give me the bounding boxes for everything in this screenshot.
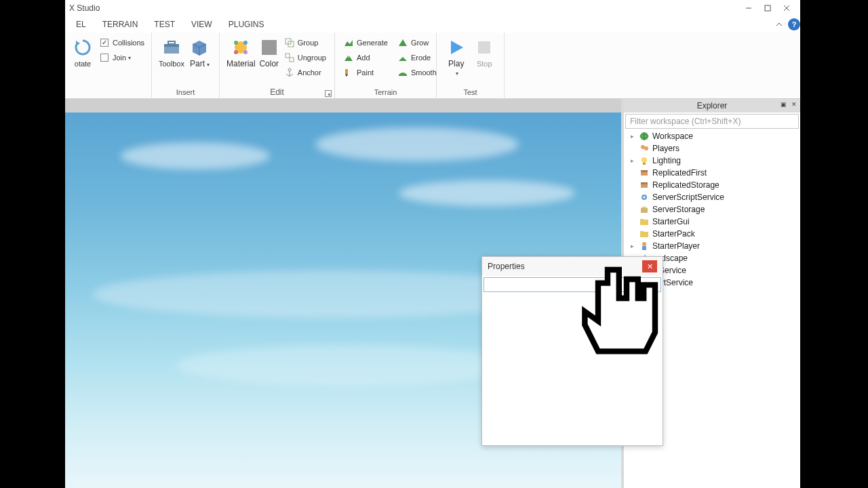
svg-point-43 — [644, 197, 646, 199]
repl-icon — [639, 167, 650, 178]
expand-icon[interactable]: ▸ — [628, 243, 636, 249]
tree-item[interactable]: StarterGui — [624, 216, 800, 228]
checkbox-icon — [100, 39, 108, 47]
grow-button[interactable]: Grow — [395, 35, 439, 50]
material-icon — [230, 37, 252, 58]
generate-button[interactable]: Generate — [340, 35, 391, 50]
svg-rect-37 — [643, 163, 646, 165]
players-icon — [639, 143, 650, 154]
svg-point-36 — [642, 157, 647, 163]
tree-item[interactable]: ReplicatedFirst — [624, 167, 800, 179]
expand-icon[interactable]: ▸ — [628, 157, 636, 164]
ungroup-icon — [284, 52, 295, 63]
tree-item[interactable]: Players — [624, 142, 800, 155]
ribbon: otate Collisions Join ▾ — [65, 33, 800, 99]
svg-point-35 — [644, 146, 648, 150]
terrain-paint-icon — [343, 67, 354, 78]
player-icon — [639, 241, 650, 251]
svg-rect-46 — [640, 220, 648, 225]
tree-item-label: Workspace — [652, 131, 693, 141]
window-title: X Studio — [69, 3, 100, 13]
tree-item[interactable]: ▸Lighting — [624, 155, 800, 167]
svg-rect-25 — [345, 69, 348, 75]
maximize-button[interactable] — [758, 0, 777, 16]
erode-button[interactable]: Erode — [395, 50, 439, 65]
tab-test[interactable]: TEST — [146, 16, 183, 33]
ungroup-button[interactable]: Ungroup — [281, 50, 329, 65]
workspace: Explorer ▣ ✕ Filter workspace (Ctrl+Shif… — [65, 99, 800, 488]
dialog-launcher-icon[interactable] — [325, 90, 332, 97]
play-icon — [446, 37, 467, 58]
tree-item-label: ReplicatedStorage — [652, 180, 719, 190]
minimize-button[interactable] — [739, 0, 758, 16]
rotate-button[interactable]: otate — [72, 37, 94, 68]
svg-point-20 — [288, 68, 291, 71]
titlebar: X Studio — [65, 0, 800, 16]
globe-icon — [639, 131, 650, 142]
svg-text:+: + — [346, 53, 351, 60]
group-label-terrain: Terrain — [335, 86, 436, 98]
expand-icon[interactable]: ▸ — [628, 133, 636, 140]
play-button[interactable]: Play▾ — [443, 37, 469, 77]
tree-item[interactable]: ▸Workspace — [624, 130, 800, 142]
svg-point-14 — [243, 50, 248, 54]
group-label-insert: Insert — [152, 86, 219, 98]
svg-rect-48 — [640, 232, 648, 237]
svg-marker-45 — [641, 206, 648, 208]
chevron-down-icon: ▾ — [207, 62, 210, 68]
anchor-icon — [284, 67, 295, 78]
toolbox-button[interactable]: Toolbox — [159, 37, 184, 68]
viewport-header — [65, 99, 621, 113]
close-button[interactable] — [777, 0, 796, 16]
smooth-button[interactable]: Smooth — [395, 65, 439, 80]
group-icon — [284, 37, 295, 48]
explorer-filter-input[interactable]: Filter workspace (Ctrl+Shift+X) — [625, 114, 799, 129]
tab-view[interactable]: VIEW — [183, 16, 220, 33]
tree-item-label: Players — [652, 144, 679, 153]
stop-button[interactable]: Stop — [472, 37, 498, 68]
properties-titlebar[interactable]: Properties ✕ — [482, 257, 663, 276]
part-button[interactable]: Part▾ — [187, 37, 212, 68]
tab-terrain[interactable]: TERRAIN — [94, 16, 146, 33]
tree-item[interactable]: ▸StarterPlayer — [624, 240, 800, 252]
ribbon-tabs: EL TERRAIN TEST VIEW PLUGINS ? — [65, 16, 800, 33]
anchor-button[interactable]: Anchor — [281, 65, 329, 80]
undock-icon[interactable]: ▣ — [778, 100, 788, 109]
app-window: X Studio EL TERRAIN TEST VIEW PLUGINS ? … — [65, 0, 800, 488]
group-button[interactable]: Group — [281, 35, 329, 50]
tree-item[interactable]: StarterPack — [624, 228, 800, 240]
properties-filter-input[interactable] — [484, 277, 661, 292]
help-icon[interactable]: ? — [788, 18, 800, 30]
material-button[interactable]: Material — [226, 37, 256, 68]
tree-item-label: Lighting — [652, 156, 681, 165]
svg-rect-30 — [478, 41, 490, 54]
tree-item[interactable]: ServerStorage — [624, 203, 800, 216]
join-toggle[interactable]: Join ▾ — [98, 50, 147, 65]
tab-plugins[interactable]: PLUGINS — [220, 16, 273, 33]
explorer-titlebar[interactable]: Explorer ▣ ✕ — [624, 99, 800, 113]
svg-rect-49 — [640, 231, 644, 232]
close-icon[interactable]: ✕ — [789, 100, 799, 109]
add-button[interactable]: +Add — [340, 50, 391, 65]
svg-rect-39 — [641, 170, 648, 172]
tree-item-label: StarterPack — [652, 229, 695, 239]
tree-item-label: ServerStorage — [652, 205, 705, 214]
repl-icon — [639, 180, 650, 190]
properties-close-button[interactable]: ✕ — [642, 260, 657, 272]
properties-window[interactable]: Properties ✕ — [481, 256, 663, 446]
terrain-grow-icon — [397, 37, 408, 48]
svg-rect-44 — [641, 208, 648, 213]
group-label-edit: Edit — [220, 86, 334, 98]
paint-button[interactable]: Paint — [340, 65, 391, 80]
color-button[interactable]: Color — [258, 37, 280, 68]
svg-rect-7 — [168, 41, 175, 44]
tree-item[interactable]: ServerScriptService — [624, 191, 800, 203]
checkbox-icon — [100, 54, 108, 62]
collisions-toggle[interactable]: Collisions — [98, 35, 147, 50]
svg-rect-51 — [642, 246, 646, 250]
tree-item[interactable]: ReplicatedStorage — [624, 179, 800, 191]
collapse-ribbon-icon[interactable] — [773, 18, 785, 30]
stop-icon — [473, 37, 495, 58]
tab-el[interactable]: EL — [68, 16, 94, 33]
group-label-test: Test — [437, 86, 504, 98]
